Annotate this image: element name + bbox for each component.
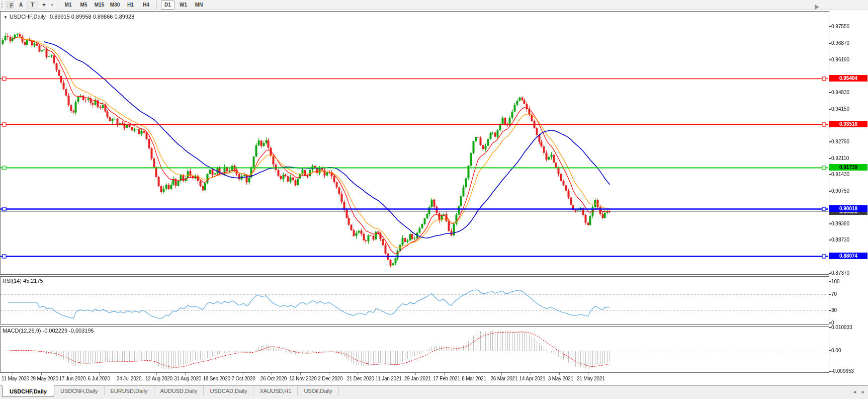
timeframe-button-w1[interactable]: W1 [177, 1, 190, 10]
price-axis-label: 0.89390 [831, 221, 866, 226]
date-axis-label: 26 Mar 2021 [490, 376, 517, 381]
price-axis-label: 0.94150 [831, 106, 866, 112]
date-axis-label: 11 Jan 2021 [376, 376, 402, 381]
text-icon[interactable]: A [16, 1, 26, 9]
price-axis-label: 0.91430 [831, 172, 866, 177]
macd-axis-label: 0.010933 [831, 325, 866, 330]
date-axis-label: 29 May 2020 [30, 376, 58, 381]
tab-eurusd-daily[interactable]: EURUSD,Daily [105, 386, 154, 395]
date-axis-label: 14 Apr 2021 [519, 376, 546, 381]
tab-audusd-daily[interactable]: AUDUSD,Daily [154, 386, 204, 395]
chart-shift-icon[interactable] [815, 5, 819, 10]
tab-usdchf-daily[interactable]: USDCHF,Daily [2, 385, 54, 397]
symbol-title: USDCHF,Daily [10, 14, 46, 20]
macd-axis-label: -0.009653 [831, 368, 866, 374]
chart-title: ▼USDCHF,Daily0.89915 0.89958 0.89866 0.8… [4, 14, 134, 20]
tab-xauusd-h1[interactable]: XAUUSD,H1 [253, 386, 298, 395]
price-axis-label: 0.92110 [831, 155, 866, 161]
rsi-axis-label: 100 [831, 279, 866, 284]
dropdown-caret-icon[interactable]: ▾ [50, 3, 54, 7]
text-label-icon[interactable]: T [27, 1, 38, 9]
toolbar: FAT✦ ▾ M1M5M15M30H1H4D1W1MN [0, 0, 868, 10]
date-axis-label: 17 Jun 2020 [59, 376, 85, 381]
rsi-indicator-label: RSI(14) 45.2175 [3, 278, 43, 284]
date-axis-label: 2 Dec 2020 [318, 376, 342, 381]
collapse-arrow-icon[interactable]: ▼ [4, 15, 8, 20]
timeframe-button-h1[interactable]: H1 [124, 1, 137, 10]
date-axis-label: 18 Sep 2020 [203, 376, 230, 381]
toolbar-drag-handle[interactable] [1, 2, 3, 9]
date-axis-label: 31 Aug 2020 [174, 376, 201, 381]
price-axis-label: 0.96190 [831, 57, 866, 62]
timeframe-button-m1[interactable]: M1 [61, 1, 75, 10]
price-axis-label: 0.92790 [831, 139, 866, 144]
date-axis-label: 29 Jan 2021 [404, 376, 431, 381]
date-axis-label: 11 May 2020 [2, 376, 29, 381]
price-axis-label: 0.90750 [831, 188, 866, 194]
date-axis-label: 26 Oct 2020 [261, 376, 287, 381]
drawing-tools-group: FAT✦ [5, 1, 50, 9]
hline-price-label: 0.95404 [829, 75, 867, 82]
tab-scroll-right-icon[interactable]: ► [861, 389, 865, 394]
hline-price-label: 0.88074 [829, 253, 867, 259]
timeframe-button-d1[interactable]: D1 [161, 1, 175, 10]
price-axis-label: 0.96870 [831, 40, 866, 46]
date-axis-label: 12 Aug 2020 [145, 376, 172, 381]
date-axis-label: 6 Jul 2020 [88, 376, 110, 381]
ohlc-values: 0.89915 0.89958 0.89866 0.89928 [50, 14, 134, 20]
tab-scroll-left-icon[interactable]: ◄ [852, 389, 857, 394]
chart-canvas[interactable] [0, 0, 868, 399]
hline-price-label: 0.93516 [829, 121, 867, 127]
macd-axis-label: 0.00 [831, 348, 866, 353]
timeframe-button-m15[interactable]: M15 [93, 1, 106, 10]
tab-usdcad-daily[interactable]: USDCAD,Daily [204, 386, 253, 395]
date-axis-label: 21 May 2021 [577, 376, 605, 381]
date-axis-label: 21 Dec 2020 [346, 376, 374, 381]
timeframes-group: M1M5M15M30H1H4D1W1MN [60, 1, 207, 10]
chart-tabs: USDCHF,DailyUSDCNH,DailyEURUSD,DailyAUDU… [2, 386, 339, 397]
timeframe-button-m30[interactable]: M30 [108, 1, 122, 10]
date-axis-label: 17 Feb 2021 [433, 376, 460, 381]
timeframe-button-mn[interactable]: MN [192, 1, 206, 10]
rsi-axis-label: 30 [831, 307, 866, 313]
timeframe-button-m5[interactable]: M5 [77, 1, 91, 10]
arrows-icon[interactable]: ✦ [39, 1, 49, 9]
price-axis-label: 0.88730 [831, 237, 866, 243]
macd-indicator-label: MACD(12,26,9) -0.002229 -0.003195 [3, 328, 94, 334]
timeframe-button-h4[interactable]: H4 [139, 1, 153, 10]
date-axis-label: 7 Oct 2020 [232, 376, 255, 381]
mt4-window: FAT✦ ▾ M1M5M15M30H1H4D1W1MN ▼USDCHF,Dail… [0, 0, 868, 399]
date-axis-label: 13 Nov 2020 [289, 376, 317, 381]
price-axis-label: 0.87370 [831, 270, 866, 276]
hline-price-label: 0.90018 [829, 205, 867, 212]
date-axis-label: 8 Mar 2021 [462, 376, 486, 381]
hline-price-label: 0.91739 [829, 164, 867, 171]
date-axis-label: 3 May 2021 [548, 376, 573, 381]
tab-usoil-daily[interactable]: USOil,Daily [298, 386, 338, 395]
fibonacci-icon[interactable]: F [6, 1, 15, 9]
price-axis-label: 0.94830 [831, 90, 866, 95]
toolbar-separator [57, 2, 58, 9]
rsi-axis-label: 70 [831, 291, 866, 297]
chart-tab-bar: USDCHF,DailyUSDCNH,DailyEURUSD,DailyAUDU… [0, 385, 868, 399]
date-axis-label: 24 Jul 2020 [117, 376, 142, 381]
price-axis-label: 0.97550 [831, 24, 866, 29]
tab-usdcnh-daily[interactable]: USDCNH,Daily [54, 386, 105, 395]
